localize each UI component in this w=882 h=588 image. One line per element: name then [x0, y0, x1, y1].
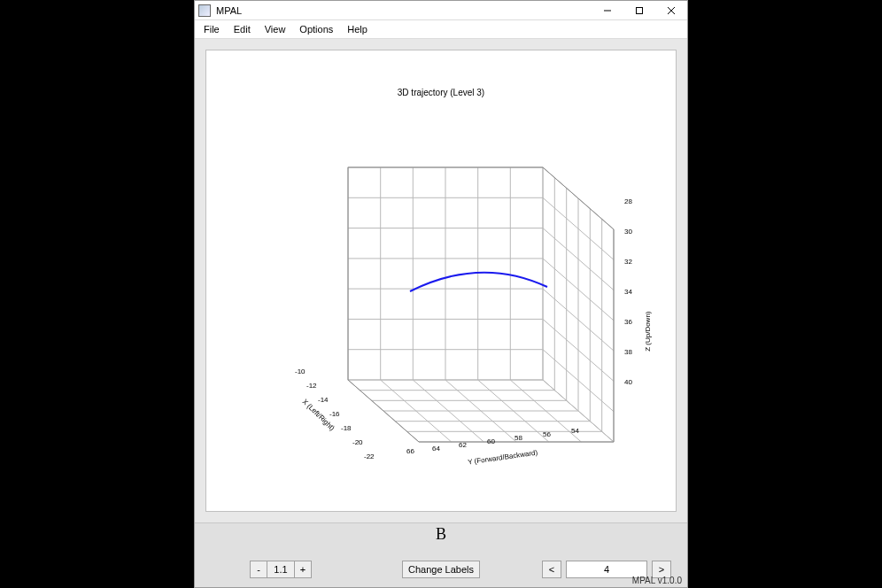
app-window: MPAL File Edit View Options Help 3D traj… — [194, 0, 688, 588]
z-tick: 32 — [624, 258, 632, 266]
z-tick: 34 — [624, 288, 632, 296]
menu-file[interactable]: File — [197, 22, 227, 36]
z-tick: 38 — [624, 348, 632, 356]
zoom-group: - 1.1 + — [250, 561, 312, 578]
y-tick: 58 — [514, 434, 522, 442]
zoom-out-button[interactable]: - — [250, 561, 267, 578]
plot-3d — [251, 114, 631, 512]
z-tick: 40 — [624, 378, 632, 386]
x-tick: -22 — [364, 453, 375, 460]
bottom-bar: B - 1.1 + Change Labels < 4 > MPAL v1.0.… — [195, 522, 687, 587]
zoom-value: 1.1 — [267, 561, 294, 578]
y-tick: 64 — [432, 445, 440, 453]
minimize-button[interactable] — [592, 1, 623, 20]
x-tick: -18 — [341, 424, 352, 432]
z-tick: 28 — [624, 197, 632, 205]
plot-canvas[interactable]: 3D trajectory (Level 3) — [205, 50, 677, 512]
x-tick: -16 — [329, 410, 340, 418]
content-area: 3D trajectory (Level 3) — [195, 39, 687, 522]
y-tick: 56 — [543, 430, 551, 438]
window-title: MPAL — [216, 5, 592, 16]
close-button[interactable] — [655, 1, 687, 20]
zoom-in-button[interactable]: + — [294, 561, 312, 578]
titlebar: MPAL — [195, 1, 687, 20]
y-tick: 66 — [406, 447, 414, 455]
y-tick: 54 — [571, 427, 579, 435]
plot-title: 3D trajectory (Level 3) — [206, 88, 676, 97]
y-tick: 62 — [459, 441, 467, 449]
menu-view[interactable]: View — [258, 22, 293, 36]
prev-button[interactable]: < — [542, 561, 561, 578]
x-tick: -10 — [295, 368, 306, 375]
x-tick: -12 — [306, 382, 317, 390]
z-tick: 36 — [624, 318, 632, 326]
menubar: File Edit View Options Help — [195, 20, 687, 39]
maximize-button[interactable] — [623, 1, 655, 20]
viewport: MPAL File Edit View Options Help 3D traj… — [0, 0, 882, 588]
version-label: MPAL v1.0.0 — [632, 576, 682, 585]
y-tick: 60 — [487, 437, 495, 445]
menu-options[interactable]: Options — [292, 22, 340, 36]
app-icon — [198, 4, 211, 17]
menu-edit[interactable]: Edit — [227, 22, 258, 36]
z-axis-label: Z (Up/Down) — [644, 312, 652, 352]
svg-rect-1 — [637, 7, 643, 13]
z-tick: 30 — [624, 228, 632, 236]
menu-help[interactable]: Help — [340, 22, 375, 36]
x-tick: -20 — [352, 438, 363, 446]
x-tick: -14 — [318, 396, 329, 404]
panel-letter: B — [195, 525, 687, 544]
change-labels-button[interactable]: Change Labels — [402, 561, 480, 578]
